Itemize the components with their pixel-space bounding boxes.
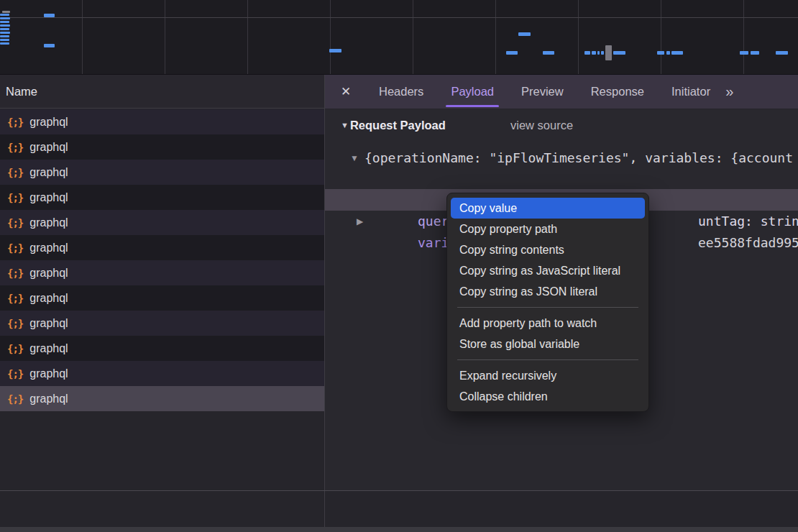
context-menu: Copy value Copy property path Copy strin… [446,193,649,412]
gridline [82,0,83,74]
tab-label: Initiator [671,85,710,98]
request-name: graphql [29,191,68,204]
waterfall-bar [0,14,9,16]
waterfall-bar [518,32,531,36]
waterfall-bar [0,24,10,27]
request-row[interactable]: {;} graphql [0,185,325,210]
waterfall-bar [592,51,596,55]
request-row[interactable]: {;} graphql [0,361,325,386]
request-name: graphql [29,292,68,305]
json-braces-icon: {;} [7,393,23,405]
waterfall-bar [543,51,554,55]
waterfall-bar [613,51,625,55]
gridline [495,0,496,74]
waterfall-bar [584,51,590,55]
menu-item-label: Add property path to watch [459,317,597,329]
waterfall-bar [44,14,55,17]
triangle-down-icon[interactable]: ▼ [350,147,359,169]
menu-item-label: Copy property path [459,223,557,235]
detail-tabbar: ✕ Headers Payload Preview Response Initi… [325,75,798,109]
waterfall-bar [605,45,612,60]
json-braces-icon: {;} [7,267,23,279]
waterfall-bar [0,42,9,45]
request-row[interactable]: {;} graphql [0,210,325,235]
window-bottom-edge [0,527,798,532]
close-icon[interactable]: ✕ [336,84,355,99]
network-overview-timeline[interactable] [0,0,798,75]
detail-tab[interactable]: Payload [437,75,508,109]
request-row[interactable]: {;} graphql [0,285,325,311]
property-value-right: ee5588fdad995178a0 [698,235,798,250]
menu-item-label: Collapse children [459,390,548,403]
request-row[interactable]: {;} graphql [0,386,325,411]
json-braces-icon: {;} [7,242,23,254]
request-list: {;} graphql {;} graphql {;} graphql {;} … [0,109,325,411]
menu-item-label: Copy string as JSON literal [459,285,597,298]
request-name: graphql [29,141,68,154]
waterfall-bar [0,17,10,19]
triangle-down-icon[interactable]: ▼ [341,121,349,129]
waterfall-bar [0,39,9,41]
json-braces-icon: {;} [7,343,23,354]
gridline [165,0,165,74]
context-menu-item[interactable]: Copy value [451,198,645,219]
waterfall-bar [740,51,748,55]
request-name: graphql [29,342,68,355]
column-header-name[interactable]: Name [0,75,325,109]
request-name: graphql [29,116,68,129]
gridline [413,0,413,74]
column-header-label: Name [6,85,37,98]
view-source-link[interactable]: view source [510,119,573,132]
json-braces-icon: {;} [7,368,23,380]
waterfall-bar [666,51,670,55]
triangle-right-icon[interactable]: ▶ [357,211,363,232]
detail-tab[interactable]: Headers [365,75,437,109]
request-name: graphql [29,166,68,179]
request-row[interactable]: {;} graphql [0,260,325,285]
context-menu-item[interactable]: Copy property path [451,219,645,239]
request-row[interactable]: {;} graphql [0,311,325,336]
footer-divider [0,490,798,491]
request-name: graphql [29,267,68,280]
json-braces-icon: {;} [7,293,23,304]
menu-item-label: Copy string contents [459,244,564,256]
json-braces-icon: {;} [7,167,23,178]
detail-tab[interactable]: Preview [508,75,577,109]
context-menu-item[interactable]: Copy string as JSON literal [451,281,645,302]
context-menu-item[interactable]: Collapse children [451,386,645,407]
request-row[interactable]: {;} graphql [0,160,325,185]
context-menu-item[interactable]: Expand recursively [451,365,645,386]
menu-separator [457,359,638,360]
request-row[interactable]: {;} graphql [0,134,325,160]
context-menu-item[interactable]: Copy string contents [451,239,645,260]
more-tabs-icon[interactable]: » [725,83,733,100]
context-menu-item[interactable]: Store as global variable [451,334,645,354]
detail-tab[interactable]: Initiator [658,75,724,109]
object-preview: {operationName: "ipFlowTimeseries", vari… [364,147,798,169]
menu-item-label: Copy value [459,202,517,214]
request-name: graphql [29,367,68,380]
tab-label: Headers [379,85,423,98]
request-row[interactable]: {;} graphql [0,336,325,361]
gridline [247,0,248,74]
waterfall-bar [44,44,55,47]
json-braces-icon: {;} [7,116,23,128]
request-row[interactable]: {;} graphql [0,235,325,260]
request-name: graphql [29,242,68,254]
request-row[interactable]: {;} graphql [0,109,325,134]
json-braces-icon: {;} [7,217,23,229]
context-menu-item[interactable]: Add property path to watch [451,313,645,334]
waterfall-bar [657,51,664,55]
waterfall-bar [0,35,9,37]
waterfall-bar [0,32,10,34]
section-title: Request Payload [350,119,446,132]
context-menu-item[interactable]: Copy string as JavaScript literal [451,260,645,281]
gridline [661,0,661,74]
detail-tab[interactable]: Response [577,75,658,109]
tab-label: Payload [451,85,494,98]
tab-label: Response [591,85,644,98]
gridline [578,0,579,74]
request-payload-section[interactable]: ▼Request Payload [341,119,446,132]
json-braces-icon: {;} [7,142,23,153]
waterfall-bar [2,11,10,13]
